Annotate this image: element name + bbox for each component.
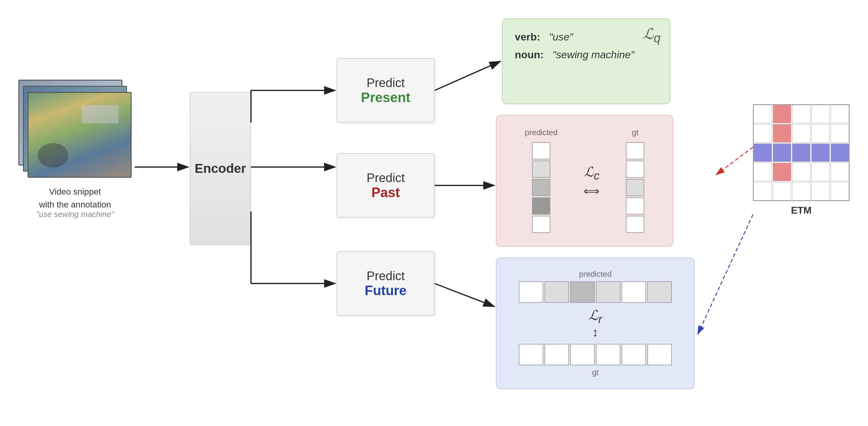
past-predicted-label: predicted	[525, 128, 558, 137]
seq-cell	[626, 197, 644, 215]
encoder-label: Encoder	[195, 161, 246, 176]
vertical-arrow-icon: ↕	[592, 325, 598, 339]
etm-cell	[811, 182, 830, 200]
etm-cell	[811, 105, 830, 123]
svg-line-10	[435, 61, 500, 90]
seq-row-cell	[647, 281, 672, 303]
verb-value: "use"	[549, 31, 573, 42]
video-frame-front	[28, 92, 132, 178]
etm-cell	[831, 105, 849, 123]
etm-cell	[753, 143, 772, 162]
loss-q-label: ℒq	[643, 25, 660, 45]
noun-value: "sewing machine"	[553, 49, 634, 60]
etm-cell	[811, 163, 830, 181]
video-stack	[18, 80, 132, 184]
seq-row-cell	[519, 281, 543, 303]
etm-cell	[753, 105, 772, 123]
seq-cell	[626, 142, 644, 159]
etm-cell	[831, 163, 849, 181]
predict-future-box: Predict Future	[337, 251, 435, 316]
svg-line-14	[698, 215, 753, 334]
predict-past-prefix: Predict	[367, 171, 405, 185]
predict-present-word: Present	[361, 90, 410, 105]
etm-cell	[792, 163, 810, 181]
present-output-text: verb: "use" noun: "sewing machine"	[515, 28, 657, 64]
etm-cell	[753, 163, 772, 181]
etm-grid	[753, 104, 850, 201]
etm-cell	[831, 182, 849, 200]
seq-cell	[532, 216, 550, 233]
predict-present-prefix: Predict	[367, 76, 405, 90]
seq-cell	[532, 179, 550, 196]
seq-row-cell	[570, 344, 595, 365]
svg-line-13	[716, 147, 753, 175]
seq-row-cell	[596, 281, 620, 303]
loss-r-label: ℒr	[589, 307, 602, 326]
predict-future-word: Future	[365, 283, 407, 298]
seq-cell	[626, 216, 644, 233]
future-gt-label: gt	[592, 368, 599, 377]
past-predicted-seq	[532, 142, 550, 233]
future-predicted-label: predicted	[579, 269, 612, 279]
seq-cell	[532, 197, 550, 215]
present-output-box: verb: "use" noun: "sewing machine" ℒq	[502, 19, 670, 104]
noun-label: noun:	[515, 49, 544, 60]
video-annotation: "use sewing machine"	[18, 210, 132, 219]
etm-cell	[753, 182, 772, 200]
seq-cell	[626, 161, 644, 178]
encoder-box: Encoder	[190, 92, 251, 245]
etm-cell	[792, 143, 810, 162]
future-predicted-seq	[519, 281, 672, 303]
predict-future-prefix: Predict	[367, 269, 405, 283]
past-gt-seq	[626, 142, 644, 233]
seq-cell	[626, 179, 644, 196]
seq-cell	[532, 161, 550, 178]
seq-row-cell	[545, 344, 569, 365]
seq-row-cell	[596, 344, 620, 365]
etm-cell	[773, 143, 791, 162]
etm-cell	[831, 143, 849, 162]
seq-row-cell	[622, 281, 646, 303]
etm-cell	[773, 124, 791, 143]
video-content	[28, 93, 131, 177]
etm-cell	[831, 124, 849, 143]
etm-cell	[811, 124, 830, 143]
etm-cell	[773, 182, 791, 200]
future-gt-seq	[519, 344, 672, 365]
past-gt-label: gt	[632, 128, 639, 137]
seq-row-cell	[570, 281, 595, 303]
etm-cell	[773, 105, 791, 123]
etm-label: ETM	[791, 205, 812, 216]
etm-cell	[792, 124, 810, 143]
future-output-box: predicted ℒr ↕	[496, 257, 695, 389]
predict-past-word: Past	[372, 185, 400, 200]
etm-container: ETM	[753, 104, 850, 216]
predict-present-box: Predict Present	[337, 58, 435, 122]
etm-cell	[773, 163, 791, 181]
loss-c-label: ℒc	[584, 164, 599, 182]
etm-cell	[811, 143, 830, 162]
predict-past-box: Predict Past	[337, 153, 435, 218]
bidirectional-arrow-icon: ⟺	[584, 185, 599, 198]
seq-row-cell	[519, 344, 543, 365]
verb-label: verb:	[515, 31, 540, 42]
seq-row-cell	[622, 344, 646, 365]
past-output-box: predicted ℒc ⟺ gt	[496, 115, 673, 247]
svg-line-12	[435, 283, 494, 307]
video-label-sub: with the annotation	[18, 200, 132, 210]
etm-cell	[792, 105, 810, 123]
diagram-container: Video snippet with the annotation "use s…	[0, 0, 868, 426]
etm-cell	[792, 182, 810, 200]
seq-row-cell	[545, 281, 569, 303]
video-label: Video snippet	[18, 187, 132, 197]
etm-cell	[753, 124, 772, 143]
video-snippet-area: Video snippet with the annotation "use s…	[18, 80, 132, 219]
seq-cell	[532, 142, 550, 159]
seq-row-cell	[647, 344, 672, 365]
